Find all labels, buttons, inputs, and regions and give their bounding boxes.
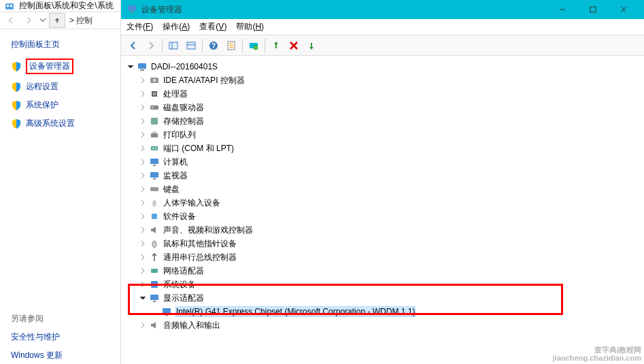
enable-device-button[interactable] xyxy=(268,37,284,54)
menu-v[interactable]: 查看(V) xyxy=(199,21,226,33)
expand-toggle[interactable] xyxy=(139,185,147,193)
tree-category-11[interactable]: 声音、视频和游戏控制器 xyxy=(139,223,644,237)
tree-category-10[interactable]: 软件设备 xyxy=(139,210,644,223)
port-icon xyxy=(149,143,160,154)
expand-toggle[interactable] xyxy=(139,90,147,98)
expand-toggle[interactable] xyxy=(139,239,147,248)
svg-rect-34 xyxy=(151,146,158,150)
tree-category-17[interactable]: 音频输入和输出 xyxy=(139,318,644,332)
see-also-link-0[interactable]: 安全性与维护 xyxy=(11,331,120,343)
svg-point-36 xyxy=(155,148,156,149)
category-label: 显示适配器 xyxy=(163,293,204,304)
sidebar-item-label: 设备管理器 xyxy=(26,59,73,74)
collapse-toggle[interactable] xyxy=(126,63,135,71)
device-manager-titlebar[interactable]: 设备管理器 xyxy=(121,0,644,19)
monitor-icon xyxy=(149,156,160,167)
svg-rect-28 xyxy=(153,93,156,95)
menu-f[interactable]: 文件(F) xyxy=(126,21,153,33)
expand-toggle[interactable] xyxy=(139,76,147,84)
update-driver-button[interactable] xyxy=(303,37,320,54)
sidebar-item-3[interactable]: 高级系统设置 xyxy=(11,118,120,129)
hid-icon xyxy=(149,197,160,208)
svg-rect-23 xyxy=(138,63,146,69)
tree-category-14[interactable]: 网络适配器 xyxy=(139,264,644,278)
toolbar-btn-2[interactable] xyxy=(183,37,199,54)
tree-category-1[interactable]: 处理器 xyxy=(139,87,644,101)
tree-category-12[interactable]: 鼠标和其他指针设备 xyxy=(139,237,644,250)
history-button[interactable] xyxy=(38,12,48,29)
svg-rect-33 xyxy=(152,131,156,133)
tree-category-9[interactable]: 人体学输入设备 xyxy=(139,196,644,210)
toolbar: ? xyxy=(121,35,644,56)
disable-device-button[interactable] xyxy=(286,37,302,54)
back-button[interactable] xyxy=(3,12,19,29)
expand-toggle[interactable] xyxy=(139,321,147,329)
menu-a[interactable]: 操作(A) xyxy=(163,21,190,33)
tree-category-13[interactable]: 通用串行总线控制器 xyxy=(139,250,644,264)
toolbar-btn-1[interactable] xyxy=(165,37,182,54)
printer-icon xyxy=(149,129,160,140)
expand-toggle[interactable] xyxy=(139,199,147,207)
category-label: 磁盘驱动器 xyxy=(163,102,204,114)
properties-button[interactable] xyxy=(223,37,239,54)
menu-bar: 文件(F)操作(A)查看(V)帮助(H) xyxy=(121,19,644,35)
tree-category-15[interactable]: 系统设备 xyxy=(139,278,644,291)
control-panel-icon xyxy=(4,1,15,12)
svg-rect-48 xyxy=(153,301,156,302)
expand-toggle[interactable] xyxy=(139,267,147,275)
window-controls xyxy=(547,0,639,19)
expand-toggle[interactable] xyxy=(139,131,147,139)
expand-toggle[interactable] xyxy=(139,103,147,112)
tree-device-16-0[interactable]: Intel(R) G41 Express Chipset (Microsoft … xyxy=(151,305,644,318)
tree-category-5[interactable]: 端口 (COM 和 LPT) xyxy=(139,142,644,155)
device-tree[interactable]: DADI--20160401SIDE ATA/ATAPI 控制器处理器磁盘驱动器… xyxy=(121,56,644,364)
minimize-button[interactable] xyxy=(547,0,577,19)
tree-category-6[interactable]: 计算机 xyxy=(139,155,644,169)
svg-point-30 xyxy=(152,107,154,109)
forward-button[interactable] xyxy=(20,12,37,29)
svg-point-44 xyxy=(152,241,156,248)
expand-toggle[interactable] xyxy=(139,226,147,234)
expand-toggle[interactable] xyxy=(139,253,147,261)
expand-toggle[interactable] xyxy=(139,294,147,302)
sidebar-item-2[interactable]: 系统保护 xyxy=(11,99,120,111)
maximize-button[interactable] xyxy=(577,0,608,19)
monitor-icon xyxy=(149,170,160,181)
sidebar-item-1[interactable]: 远程设置 xyxy=(11,81,120,93)
see-also-link-1[interactable]: Windows 更新 xyxy=(11,350,120,361)
expand-toggle[interactable] xyxy=(139,158,147,166)
category-label: 软件设备 xyxy=(163,211,196,222)
tree-category-7[interactable]: 监视器 xyxy=(139,169,644,182)
expand-toggle[interactable] xyxy=(139,171,147,180)
tree-category-8[interactable]: 键盘 xyxy=(139,182,644,196)
help-button[interactable]: ? xyxy=(205,37,222,54)
sidebar-item-0[interactable]: 设备管理器 xyxy=(11,59,120,74)
expand-toggle[interactable] xyxy=(139,212,147,220)
up-button[interactable] xyxy=(49,13,65,28)
breadcrumb[interactable]: > 控制 xyxy=(69,15,92,27)
close-button[interactable] xyxy=(608,0,639,19)
svg-rect-43 xyxy=(152,214,157,219)
svg-rect-38 xyxy=(153,165,156,166)
tree-root[interactable]: DADI--20160401S xyxy=(126,60,644,73)
svg-rect-50 xyxy=(165,314,168,316)
expand-toggle[interactable] xyxy=(139,144,147,152)
sidebar-item-label: 高级系统设置 xyxy=(26,118,75,129)
back-nav-button[interactable] xyxy=(125,37,141,54)
svg-rect-1 xyxy=(7,5,9,7)
tree-category-4[interactable]: 打印队列 xyxy=(139,128,644,142)
disk-icon xyxy=(149,75,160,86)
tree-category-0[interactable]: IDE ATA/ATAPI 控制器 xyxy=(139,73,644,87)
expand-toggle[interactable] xyxy=(139,117,147,125)
forward-nav-button[interactable] xyxy=(143,37,159,54)
software-icon xyxy=(149,211,160,222)
expand-toggle[interactable] xyxy=(139,280,147,288)
category-label: 处理器 xyxy=(163,88,188,100)
storage-icon xyxy=(149,116,160,127)
tree-category-2[interactable]: 磁盘驱动器 xyxy=(139,101,644,114)
scan-hardware-button[interactable] xyxy=(245,37,262,54)
tree-category-16[interactable]: 显示适配器 xyxy=(139,291,644,305)
tree-category-3[interactable]: 存储控制器 xyxy=(139,114,644,128)
menu-h[interactable]: 帮助(H) xyxy=(236,21,264,33)
sidebar-heading[interactable]: 控制面板主页 xyxy=(11,39,120,50)
